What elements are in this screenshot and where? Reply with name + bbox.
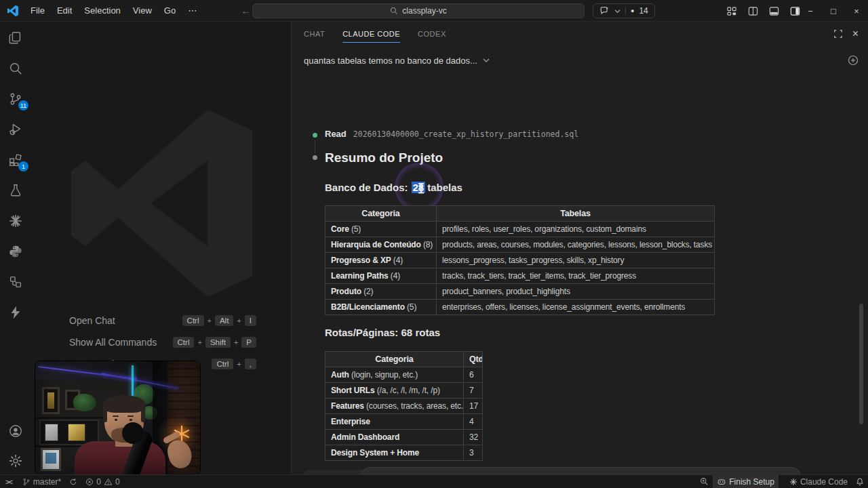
- category-count: (5): [351, 224, 361, 234]
- key-chip: Ctrl: [212, 359, 233, 369]
- category-name: Produto: [331, 287, 361, 296]
- notifications-item[interactable]: [852, 475, 868, 488]
- magnifier-plus-icon: [700, 477, 709, 486]
- conversation-title: quantas tabelas temos no banco de dados.…: [304, 56, 477, 66]
- route-detail: (login, signup, etc.): [349, 370, 418, 380]
- tab-claude-code[interactable]: CLAUDE CODE: [342, 22, 400, 46]
- close-panel-icon[interactable]: ×: [852, 28, 859, 40]
- toggle-panel-icon[interactable]: [769, 6, 779, 16]
- tables-list: product_banners, product_highlights: [437, 284, 715, 300]
- shortcut-label: Open Chat: [69, 315, 115, 326]
- category-count: (5): [407, 302, 416, 312]
- claude-sparkle-icon[interactable]: [7, 213, 24, 229]
- tables-list: tracks, track_tiers, track_tier_items, t…: [437, 268, 715, 284]
- route-detail: (courses, tracks, areas, etc.): [364, 401, 464, 411]
- table-row: Learning Paths (4)tracks, track_tiers, t…: [326, 268, 715, 284]
- menu-file[interactable]: File: [24, 3, 51, 18]
- close-window-icon[interactable]: ×: [845, 6, 868, 16]
- shortcut-open-chat: Open Chat Ctrl+ Alt+ I: [69, 313, 256, 328]
- command-center-search[interactable]: classplay-vc: [252, 3, 585, 18]
- vscode-watermark-logo: [61, 102, 264, 305]
- status-bar: >< master* 0 0 Finish Setup Claude: [0, 474, 868, 488]
- sync-item[interactable]: [65, 475, 81, 488]
- shortcut-label: Show All Commands: [69, 337, 157, 348]
- read-label: Read: [325, 129, 347, 139]
- git-branch-item[interactable]: master*: [18, 475, 65, 488]
- problems-item[interactable]: 0 0: [81, 475, 123, 488]
- account-icon[interactable]: [7, 423, 24, 439]
- explorer-icon[interactable]: [7, 30, 24, 46]
- partial-message-bubble: e contando c: [304, 470, 369, 474]
- route-category: Auth: [331, 370, 349, 380]
- restore-icon[interactable]: □: [822, 6, 845, 16]
- tables-list: profiles, roles, user_roles, organizatio…: [437, 222, 715, 237]
- customize-layout-icon[interactable]: [727, 6, 737, 16]
- menu-more-icon[interactable]: ⋯: [182, 3, 203, 18]
- tables-list: lessons_progress, tasks_progress, skills…: [437, 253, 715, 268]
- category-name: Hierarquia de Conteúdo: [331, 240, 421, 249]
- key-chip: Ctrl: [182, 315, 204, 326]
- source-control-icon[interactable]: 11: [7, 91, 24, 107]
- extensions-icon[interactable]: 1: [7, 152, 24, 168]
- tab-codex[interactable]: CODEX: [418, 22, 446, 46]
- title-bar: File Edit Selection View Go ⋯ ← → classp…: [0, 0, 868, 22]
- input-placeholder: ctrl esc to focus or unfocus Claude: [361, 468, 800, 474]
- expand-panel-icon[interactable]: [833, 29, 843, 39]
- menu-edit[interactable]: Edit: [51, 3, 78, 18]
- panel-tabs: CHAT CLAUDE CODE CODEX ×: [292, 22, 868, 46]
- read-filename: 20260130400000_create_xp_history_partiti…: [353, 129, 578, 139]
- warnings-count: 0: [115, 477, 120, 487]
- route-qtd: 7: [464, 383, 483, 399]
- category-count: (4): [391, 271, 400, 281]
- column-header: Categoria: [326, 206, 437, 222]
- plus-sep: +: [237, 317, 241, 325]
- plus-sep: +: [197, 338, 201, 346]
- menu-selection[interactable]: Selection: [78, 3, 126, 18]
- bolt-icon[interactable]: [7, 304, 24, 321]
- route-category: Enterprise: [331, 417, 370, 426]
- new-conversation-icon[interactable]: [848, 55, 859, 66]
- testing-flask-icon[interactable]: [7, 182, 24, 199]
- minimize-icon[interactable]: −: [799, 6, 822, 16]
- settings-gear-icon[interactable]: [7, 453, 24, 469]
- extensions-badge: 1: [18, 161, 28, 171]
- claude-code-status-item[interactable]: Claude Code: [785, 475, 852, 488]
- plus-sep: +: [234, 338, 238, 346]
- table-row: Features (courses, tracks, areas, etc.)1…: [326, 399, 483, 414]
- references-icon[interactable]: [7, 274, 24, 290]
- copilot-chat-icon: [599, 6, 610, 16]
- run-debug-icon[interactable]: [7, 121, 24, 138]
- menu-bar: File Edit Selection View Go ⋯: [24, 3, 203, 18]
- menu-view[interactable]: View: [127, 3, 158, 18]
- db-suffix: tabelas: [427, 182, 462, 193]
- scrollbar-thumb[interactable]: [859, 304, 863, 424]
- search-value: classplay-vc: [402, 6, 446, 16]
- route-qtd: 32: [464, 430, 483, 445]
- table-row: Enterprise4: [326, 414, 483, 430]
- bell-icon: [856, 477, 864, 486]
- tool-read-row: Read 20260130400000_create_xp_history_pa…: [325, 129, 578, 139]
- git-branch-icon: [22, 478, 31, 486]
- column-header: Tabelas: [437, 206, 715, 222]
- claude-code-panel: CHAT CLAUDE CODE CODEX × quantas tabelas…: [292, 22, 868, 474]
- claude-input-box[interactable]: ctrl esc to focus or unfocus Claude » By…: [361, 467, 801, 474]
- zoom-indicator[interactable]: [696, 475, 713, 488]
- python-icon[interactable]: [7, 243, 24, 260]
- claude-starburst-icon: [789, 478, 797, 486]
- route-category: Admin Dashboard: [331, 432, 399, 442]
- category-name: Learning Paths: [331, 271, 389, 281]
- plus-sep: +: [208, 317, 212, 325]
- search-sidebar-icon[interactable]: [7, 60, 24, 77]
- back-arrow-icon[interactable]: ←: [241, 5, 251, 16]
- copilot-control[interactable]: ● 14: [593, 3, 655, 18]
- branch-name: master*: [33, 477, 61, 487]
- remote-indicator[interactable]: ><: [0, 475, 18, 488]
- table-row: Short URLs (/a, /c, /l, /m, /t, /p)7: [326, 383, 483, 399]
- split-editor-icon[interactable]: [748, 6, 758, 16]
- tables-table: CategoriaTabelas Core (5)profiles, roles…: [325, 205, 715, 315]
- bullet-connector: [315, 140, 315, 153]
- conversation-selector[interactable]: quantas tabelas temos no banco de dados.…: [304, 50, 859, 70]
- tab-chat[interactable]: CHAT: [304, 22, 325, 46]
- menu-go[interactable]: Go: [158, 3, 182, 18]
- finish-setup-item[interactable]: Finish Setup: [713, 475, 778, 488]
